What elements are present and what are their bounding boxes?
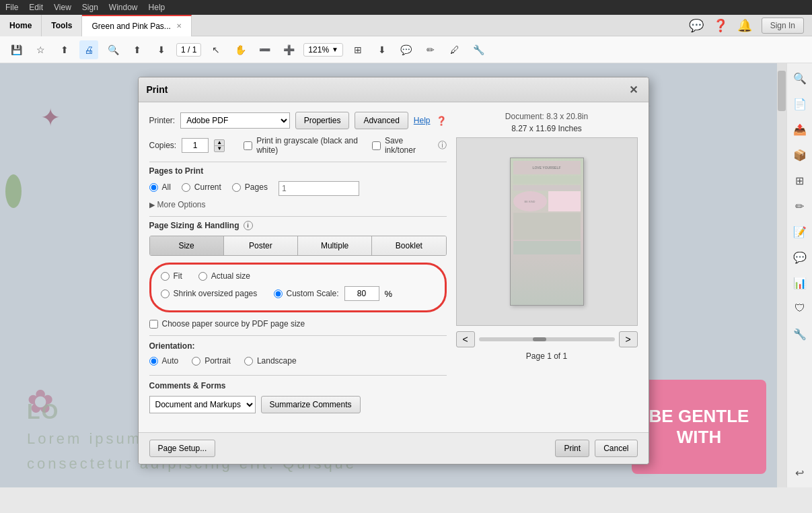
sign-in-button[interactable]: Sign In [762,18,804,34]
help-circle-icon[interactable]: ❓ [436,116,447,126]
menu-help[interactable]: Help [149,3,165,12]
copies-spinner[interactable]: ▲ ▼ [214,139,225,152]
poster-tab[interactable]: Poster [224,236,298,255]
sidebar-edit-icon[interactable]: 📝 [790,222,809,241]
size-tab[interactable]: Size [150,236,224,255]
sidebar-back-icon[interactable]: ↩ [790,463,809,482]
fit-page-icon[interactable]: ⊞ [348,40,367,59]
app-menubar: File Edit View Sign Window Help [0,0,812,15]
sidebar-compress-icon[interactable]: 📦 [790,145,809,164]
prev-page-button[interactable]: < [456,331,475,347]
choose-paper-checkbox[interactable] [149,320,158,329]
sidebar-comment-icon[interactable]: 💬 [790,248,809,267]
highlight-icon[interactable]: 🖊 [445,40,464,59]
save-icon[interactable]: 💾 [7,40,26,59]
preview-container: LOVE YOURSELF BE KIND [456,137,638,326]
zoom-level[interactable]: 121% ▼ [303,43,343,57]
current-radio-row: Current [182,182,221,192]
current-radio[interactable] [182,183,190,192]
next-page-icon[interactable]: ⬇ [152,40,171,59]
bookmark-icon[interactable]: ☆ [31,40,50,59]
zoom-in-icon[interactable]: ➕ [279,40,298,59]
landscape-radio[interactable] [244,357,253,366]
help-icon[interactable]: ❓ [713,18,728,33]
page-setup-button[interactable]: Page Setup... [149,440,216,457]
grayscale-checkbox[interactable] [244,141,252,150]
tab-document[interactable]: Green and Pink Pas... ✕ [82,15,191,36]
advanced-button[interactable]: Advanced [355,112,408,129]
multiple-tab[interactable]: Multiple [298,236,372,255]
select-icon[interactable]: ↖ [207,40,225,59]
scale-input[interactable]: 80 [344,286,379,301]
save-ink-checkbox[interactable] [372,141,381,150]
pencil-icon[interactable]: ✏ [421,40,440,59]
sidebar-pdf-icon[interactable]: 📄 [790,94,809,113]
pages-range-input[interactable] [279,181,359,196]
prev-page-icon[interactable]: ⬆ [128,40,147,59]
menu-window[interactable]: Window [109,3,138,12]
dialog-close-button[interactable]: ✕ [627,83,640,96]
scroll-icon[interactable]: ⬇ [373,40,392,59]
sidebar-export-icon[interactable]: 📤 [790,120,809,139]
custom-scale-label: Custom Scale: [287,289,339,298]
cancel-button[interactable]: Cancel [595,440,637,457]
sidebar-pen-icon[interactable]: ✏ [790,197,809,215]
tab-tools[interactable]: Tools [42,15,82,36]
menu-edit[interactable]: Edit [29,3,43,12]
help-link[interactable]: Help [414,116,431,125]
sizing-info-icon[interactable]: i [244,221,253,230]
portrait-radio[interactable] [192,357,200,366]
comments-select[interactable]: Document and Markups [149,396,256,413]
zoom-out2-icon[interactable]: ➖ [255,40,274,59]
fit-radio[interactable] [161,272,170,281]
menu-view[interactable]: View [54,3,71,12]
sidebar-zoom-in-icon[interactable]: 🔍 [790,69,809,88]
zoom-out-icon[interactable]: 🔍 [104,40,122,59]
shrink-label: Shrink oversized pages [174,289,258,298]
actual-size-label: Actual size [211,271,250,281]
printer-select[interactable]: Adobe PDF [180,112,290,129]
comment-icon[interactable]: 💬 [689,18,704,33]
properties-button[interactable]: Properties [295,112,350,129]
sidebar-wrench-icon[interactable]: 🔧 [790,324,809,343]
notification-icon[interactable]: 🔔 [737,18,752,33]
choose-paper-label: Choose paper source by PDF page size [162,319,305,329]
menu-sign[interactable]: Sign [82,3,98,12]
menu-file[interactable]: File [5,3,18,12]
next-page-button[interactable]: > [619,331,638,347]
tools2-icon[interactable]: 🔧 [470,40,488,59]
sidebar-table-icon[interactable]: 📊 [790,273,809,292]
right-sidebar: 🔍 📄 📤 📦 ⊞ ✏ 📝 💬 📊 🛡 🔧 ↩ [786,63,812,487]
dialog-body: Printer: Adobe PDF Properties Advanced H… [139,102,649,432]
summarize-comments-button[interactable]: Summarize Comments [261,396,361,413]
ink-info-icon[interactable]: ⓘ [438,139,447,151]
tab-home[interactable]: Home [0,15,42,36]
content-background: ✦ ✦ ✿ LO Lorem ipsum dolor sit amet,cons… [0,63,786,487]
copies-input[interactable] [182,138,209,153]
sidebar-shield-icon[interactable]: 🛡 [790,299,809,318]
custom-scale-radio[interactable] [274,289,283,298]
more-options-row[interactable]: ▶ More Options [149,200,447,209]
actual-size-radio[interactable] [198,272,207,281]
pages-radio[interactable] [232,183,241,192]
auto-radio[interactable] [149,357,158,366]
booklet-tab[interactable]: Booklet [372,236,445,255]
spin-down[interactable]: ▼ [214,145,225,152]
copies-label: Copies: [149,141,177,150]
all-radio[interactable] [149,183,158,192]
percent-sign: % [385,289,393,299]
comment2-icon[interactable]: 💬 [397,40,416,59]
shrink-radio-row: Shrink oversized pages [161,289,268,298]
sidebar-grid-icon[interactable]: ⊞ [790,171,809,190]
tab-close-icon[interactable]: ✕ [176,22,182,30]
sizing-tab-group: Size Poster Multiple Booklet [149,236,447,256]
print-button[interactable]: Print [555,440,589,457]
shrink-radio[interactable] [161,289,170,298]
current-label: Current [194,182,221,192]
dialog-right-panel: Document: 8.3 x 20.8in 8.27 x 11.69 Inch… [456,112,638,423]
hand-icon[interactable]: ✋ [231,40,250,59]
print-icon[interactable]: 🖨 [79,40,98,59]
portrait-label: Portrait [205,356,231,366]
upload-icon[interactable]: ⬆ [55,40,74,59]
preview-page-inner: LOVE YOURSELF BE KIND [511,158,583,305]
